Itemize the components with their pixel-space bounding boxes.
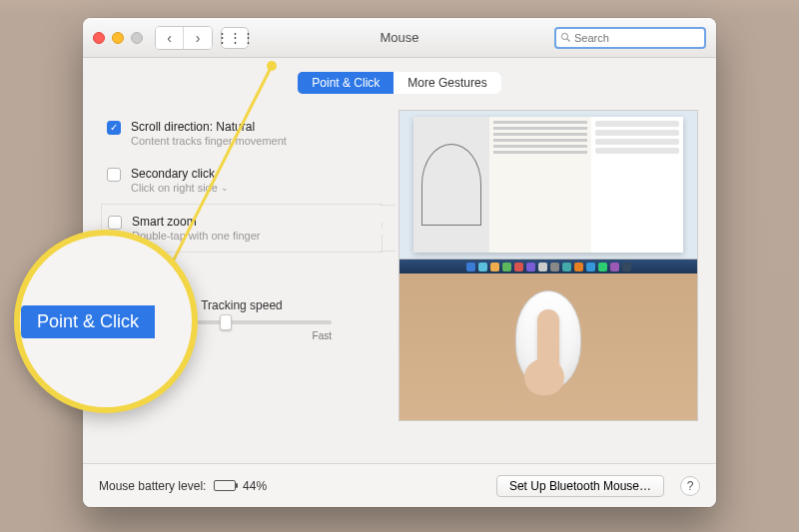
checkbox-scroll-direction[interactable] [107, 121, 121, 135]
window-controls [93, 32, 143, 44]
battery-label: Mouse battery level: 44% [99, 479, 267, 493]
preferences-window: ‹ › ⋮⋮⋮ Mouse Point & Click More Gesture… [83, 18, 716, 507]
dock-app-icon [574, 263, 583, 271]
dock-app-icon [466, 263, 475, 271]
option-subtitle: Content tracks finger movement [131, 135, 287, 147]
slider-knob[interactable] [220, 314, 232, 330]
slider-max-label: Fast [313, 330, 332, 341]
search-icon [560, 32, 571, 43]
show-all-button[interactable]: ⋮⋮⋮ [221, 27, 249, 49]
preview-mouse [515, 290, 581, 390]
preview-screen [400, 111, 697, 260]
dock-app-icon [622, 263, 631, 271]
preview-dock [400, 260, 697, 273]
gesture-preview [399, 110, 698, 421]
dock-app-icon [550, 263, 559, 271]
option-title: Secondary click [131, 167, 229, 181]
dock-app-icon [610, 263, 619, 271]
forward-button[interactable]: › [184, 27, 212, 49]
battery-icon [214, 480, 236, 491]
callout-pill: Point & Click [21, 305, 155, 338]
dock-app-icon [502, 263, 511, 271]
chevron-down-icon[interactable]: ⌄ [221, 183, 229, 193]
option-subtitle: Click on right side [131, 182, 218, 194]
dock-app-icon [598, 263, 607, 271]
preview-desk [400, 273, 697, 420]
svg-point-0 [561, 33, 567, 39]
option-secondary-click[interactable]: Secondary click Click on right side ⌄ [101, 157, 383, 204]
titlebar: ‹ › ⋮⋮⋮ Mouse [83, 18, 716, 58]
option-scroll-direction[interactable]: Scroll direction: Natural Content tracks… [101, 110, 383, 157]
help-button[interactable]: ? [680, 476, 700, 496]
dock-app-icon [490, 263, 499, 271]
dock-app-icon [478, 263, 487, 271]
setup-bluetooth-button[interactable]: Set Up Bluetooth Mouse… [496, 475, 664, 497]
back-button[interactable]: ‹ [156, 27, 184, 49]
option-title: Smart zoom [132, 215, 260, 229]
tab-point-and-click[interactable]: Point & Click [298, 72, 394, 94]
dock-app-icon [562, 263, 571, 271]
dock-app-icon [526, 263, 535, 271]
search-field[interactable] [554, 27, 706, 49]
minimize-icon[interactable] [112, 32, 124, 44]
preview-thumb [524, 359, 564, 395]
dock-app-icon [586, 263, 595, 271]
checkbox-smart-zoom[interactable] [108, 216, 122, 230]
nav-back-forward: ‹ › [155, 26, 213, 50]
close-icon[interactable] [93, 32, 105, 44]
footer: Mouse battery level: 44% Set Up Bluetoot… [83, 463, 716, 507]
option-title: Scroll direction: Natural [131, 120, 287, 134]
option-subtitle: Double-tap with one finger [132, 230, 260, 242]
search-input[interactable] [574, 32, 700, 44]
dock-app-icon [538, 263, 547, 271]
grid-icon: ⋮⋮⋮ [216, 30, 255, 45]
zoom-icon[interactable] [131, 32, 143, 44]
tab-more-gestures[interactable]: More Gestures [394, 72, 500, 94]
tab-bar: Point & Click More Gestures [83, 72, 716, 94]
callout-magnifier: Point & Click [14, 230, 198, 413]
bicycle-icon [421, 144, 481, 225]
dock-app-icon [514, 263, 523, 271]
checkbox-secondary-click[interactable] [107, 168, 121, 182]
svg-line-1 [567, 39, 570, 42]
